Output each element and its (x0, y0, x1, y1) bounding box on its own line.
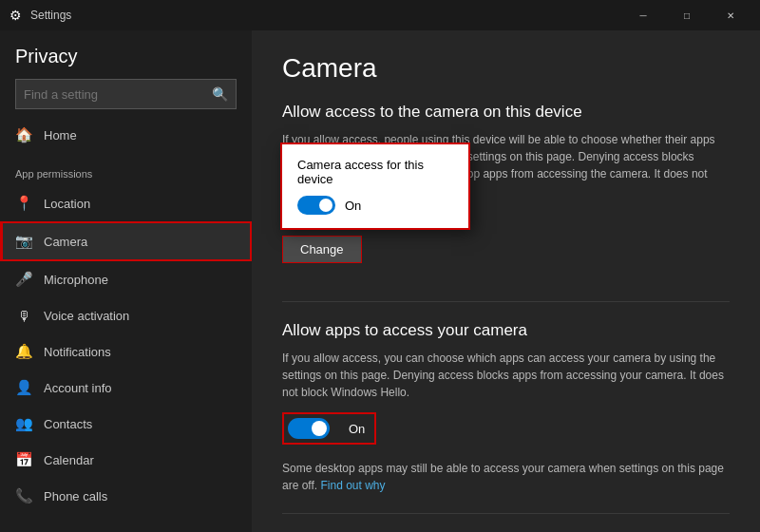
camera-icon: 📷 (15, 233, 32, 250)
sidebar-item-voice[interactable]: 🎙 Voice activation (0, 297, 252, 333)
location-icon: 📍 (15, 195, 32, 212)
minimize-button[interactable]: ─ (621, 0, 665, 30)
app-permissions-label: App permissions (0, 153, 252, 185)
settings-app-icon: ⚙ (8, 8, 23, 23)
titlebar-title: Settings (30, 9, 71, 22)
sidebar-item-contacts[interactable]: 👥 Contacts (0, 406, 252, 442)
phone-icon: 📞 (15, 487, 32, 504)
popup-title: Camera access for this device (297, 158, 453, 186)
sidebar-item-home-label: Home (44, 128, 77, 142)
page-title: Camera (282, 53, 730, 84)
search-icon: 🔍 (212, 86, 228, 102)
microphone-icon: 🎤 (15, 271, 32, 288)
home-icon: 🏠 (15, 126, 32, 143)
contacts-icon: 👥 (15, 415, 32, 432)
sidebar-item-phone-label: Phone calls (44, 489, 107, 504)
allow-apps-toggle-knob (312, 421, 327, 436)
search-input[interactable] (24, 87, 206, 102)
section2-title: Allow apps to access your camera (282, 321, 730, 340)
camera-access-popup: Camera access for this device On (280, 142, 470, 230)
section1-title: Allow access to the camera on this devic… (282, 103, 730, 122)
sidebar-item-home[interactable]: 🏠 Home (0, 117, 252, 153)
sidebar-item-notifications[interactable]: 🔔 Notifications (0, 333, 252, 370)
maximize-button[interactable]: □ (665, 0, 709, 30)
popup-camera-toggle[interactable] (297, 196, 335, 215)
sidebar-item-account-label: Account info (44, 381, 112, 395)
allow-apps-toggle-label: On (349, 422, 365, 436)
content-area: Camera access for this device On Camera … (252, 30, 760, 532)
sidebar-item-camera[interactable]: 📷 Camera (0, 221, 252, 261)
sidebar-item-microphone[interactable]: 🎤 Microphone (0, 261, 252, 297)
sidebar-item-calendar-label: Calendar (44, 453, 94, 467)
search-box[interactable]: 🔍 (15, 79, 237, 109)
sidebar-item-account[interactable]: 👤 Account info (0, 370, 252, 406)
sidebar-item-phone[interactable]: 📞 Phone calls (0, 478, 252, 514)
titlebar-controls: ─ □ ✕ (621, 0, 752, 30)
sidebar-item-location-label: Location (44, 197, 90, 211)
popup-toggle-row: On (297, 196, 453, 215)
section2: Allow apps to access your camera If you … (282, 321, 730, 514)
section2-desc: If you allow access, you can choose whic… (282, 350, 730, 401)
close-button[interactable]: ✕ (709, 0, 752, 30)
titlebar-left: ⚙ Settings (8, 8, 71, 23)
popup-toggle-label: On (345, 199, 361, 213)
allow-apps-toggle-row: On (282, 412, 376, 445)
change-button[interactable]: Change (282, 236, 362, 263)
sidebar-item-camera-label: Camera (44, 235, 87, 249)
sidebar-item-microphone-label: Microphone (44, 273, 108, 287)
find-out-line: Some desktop apps may still be able to a… (282, 460, 730, 494)
privacy-label: Privacy (15, 46, 237, 67)
main-layout: Privacy 🔍 🏠 Home App permissions 📍 Locat… (0, 30, 760, 532)
titlebar: ⚙ Settings ─ □ ✕ (0, 0, 760, 30)
voice-icon: 🎙 (15, 307, 32, 324)
sidebar-item-location[interactable]: 📍 Location (0, 185, 252, 221)
sidebar-header: Privacy 🔍 (0, 30, 252, 117)
calendar-icon: 📅 (15, 451, 32, 468)
sidebar-item-notifications-label: Notifications (44, 345, 111, 359)
sidebar-item-contacts-label: Contacts (44, 417, 92, 431)
find-out-link[interactable]: Find out why (320, 479, 385, 492)
account-icon: 👤 (15, 379, 32, 396)
sidebar: Privacy 🔍 🏠 Home App permissions 📍 Locat… (0, 30, 252, 532)
sidebar-item-voice-label: Voice activation (44, 309, 129, 323)
notifications-icon: 🔔 (15, 343, 32, 360)
sidebar-item-calendar[interactable]: 📅 Calendar (0, 442, 252, 478)
allow-apps-toggle[interactable] (288, 418, 330, 439)
popup-toggle-knob (319, 199, 332, 212)
